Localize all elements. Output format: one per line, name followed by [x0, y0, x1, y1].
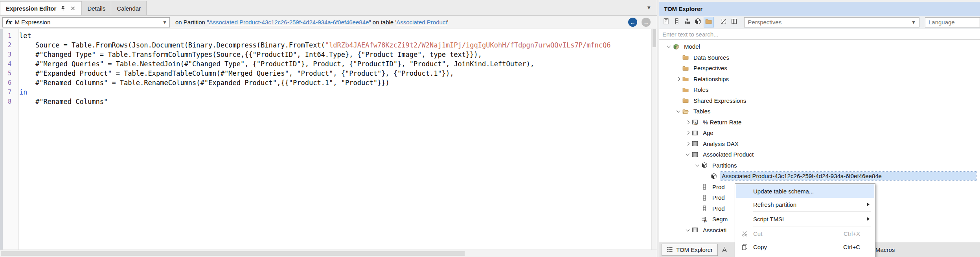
- tree-item-age[interactable]: Age: [659, 128, 980, 139]
- tab-list-dropdown-icon[interactable]: ▼: [646, 5, 651, 11]
- code-line: #"Merged Queries" = Table.NestedJoin(#"C…: [19, 59, 651, 69]
- tree-item-tables[interactable]: Tables: [659, 106, 980, 117]
- chevron-slot: [674, 64, 682, 72]
- menu-item-cut: CutCtrl+X: [736, 227, 874, 240]
- partition-link[interactable]: Associated Product-43c12c26-259f-4d24-93…: [209, 19, 369, 26]
- menu-item-update-table-schema[interactable]: Update table schema...: [736, 184, 874, 198]
- menu-item-shortcut: Ctrl+C: [843, 244, 860, 250]
- code-line: let: [19, 31, 651, 40]
- dock-tab-label: TOM Explorer: [676, 246, 713, 253]
- table-icon: [691, 129, 699, 137]
- tree-item-shared-expressions[interactable]: Shared Expressions: [659, 95, 980, 106]
- expression-editor-panel: Expression Editor Details Calendar ▼: [0, 0, 657, 257]
- folder-icon: [682, 97, 689, 104]
- chevron-collapsed-icon[interactable]: [674, 75, 682, 83]
- navigate-forward-button[interactable]: →: [642, 18, 651, 27]
- code-editor[interactable]: 12345678 let Source = Table.FromRows(Jso…: [0, 29, 657, 250]
- tree-item-perspectives[interactable]: Perspectives: [659, 63, 980, 74]
- breadcrumb: on Partition "Associated Product-43c12c2…: [175, 19, 448, 26]
- chevron-collapsed-icon[interactable]: [684, 118, 691, 126]
- menu-item-refresh-partition[interactable]: Refresh partition: [736, 198, 874, 211]
- language-dropdown[interactable]: Language: [925, 17, 980, 27]
- tree-item-label: Model: [682, 42, 702, 51]
- tree-item--return-rate[interactable]: fx% Return Rate: [659, 117, 980, 128]
- tree-item-roles[interactable]: Roles: [659, 84, 980, 95]
- menu-separator: [753, 226, 871, 226]
- hide-empty-button[interactable]: [718, 17, 728, 27]
- folder-filter-icon: [705, 18, 712, 26]
- tree-item-partitions[interactable]: Partitions: [659, 160, 980, 171]
- tab-expression-editor[interactable]: Expression Editor: [0, 1, 82, 15]
- calculator-icon: [663, 18, 669, 26]
- line-number: 6: [3, 78, 18, 87]
- code-line: #"Renamed Columns": [19, 97, 651, 106]
- context-menu: Update table schema...Refresh partitionS…: [735, 183, 875, 257]
- column-filter-button[interactable]: [672, 17, 682, 27]
- chevron-expanded-icon[interactable]: [665, 43, 673, 51]
- chevron-expanded-icon[interactable]: [684, 151, 691, 159]
- folder-icon: [682, 86, 689, 93]
- perspectives-dropdown[interactable]: Perspectives ▼: [744, 17, 919, 27]
- horizontal-scrollbar[interactable]: [0, 250, 657, 257]
- panel-title-text: TOM Explorer: [664, 5, 702, 12]
- menu-item-partial[interactable]: [736, 255, 874, 257]
- menu-item-shortcut: Ctrl+X: [844, 230, 860, 237]
- menu-item-copy[interactable]: CopyCtrl+C: [736, 240, 874, 253]
- tom-explorer-icon: [667, 246, 676, 253]
- chevron-expanded-icon[interactable]: [693, 161, 701, 169]
- dock-tab-flask[interactable]: [718, 244, 731, 256]
- application-window: Expression Editor Details Calendar ▼: [0, 0, 980, 257]
- table-columns-button[interactable]: [729, 17, 739, 27]
- navigate-back-button[interactable]: ←: [628, 18, 637, 27]
- search-input[interactable]: Enter text to search...: [659, 29, 980, 40]
- dock-tab-tom-explorer[interactable]: TOM Explorer: [662, 244, 718, 256]
- chevron-slot: [702, 172, 710, 180]
- tree-item-associated-product[interactable]: Associated Product: [659, 149, 980, 160]
- folder-open-icon: [682, 108, 689, 115]
- breadcrumb-text: " on table ': [369, 19, 396, 26]
- chevron-collapsed-icon[interactable]: [684, 129, 691, 137]
- chevron-expanded-icon[interactable]: [684, 226, 691, 234]
- line-number: 8: [3, 97, 18, 106]
- model-cube-icon: [673, 43, 680, 50]
- code-lines: let Source = Table.FromRows(Json.Documen…: [19, 29, 651, 250]
- hierarchy-button[interactable]: [682, 17, 693, 27]
- tab-details[interactable]: Details: [82, 1, 111, 15]
- pin-icon[interactable]: [60, 5, 66, 11]
- line-number: 4: [3, 59, 18, 69]
- tree-item-label: Prod: [711, 183, 726, 191]
- panel-title: TOM Explorer: [659, 2, 980, 16]
- code-line: #"Changed Type" = Table.TransformColumnT…: [19, 50, 651, 59]
- editor-margin: [0, 29, 3, 250]
- code-line: #"Renamed Columns" = Table.RenameColumns…: [19, 78, 651, 87]
- partition-filter-button[interactable]: [693, 17, 703, 27]
- expression-type-dropdown[interactable]: fx M Expression ▼: [2, 17, 170, 27]
- table-link[interactable]: Associated Product: [396, 19, 447, 26]
- tree-item-label: Associated Product: [701, 150, 755, 159]
- chevron-slot: [693, 204, 701, 212]
- tab-label: Details: [87, 5, 105, 12]
- menu-item-script-tmsl[interactable]: Script TMSL: [736, 212, 874, 226]
- tree-item-data-sources[interactable]: Data Sources: [659, 52, 980, 63]
- column-icon: [701, 205, 708, 212]
- chevron-collapsed-icon[interactable]: [684, 140, 691, 148]
- chevron-expanded-icon[interactable]: [674, 108, 682, 115]
- tab-calendar[interactable]: Calendar: [111, 1, 147, 15]
- tree-item-model[interactable]: Model: [659, 41, 980, 52]
- tree-item-label: Tables: [692, 107, 712, 115]
- scissors-icon: [736, 230, 753, 237]
- tree-item-label: Shared Expressions: [692, 97, 748, 105]
- vertical-scrollbar[interactable]: [651, 29, 657, 250]
- language-value: Language: [929, 19, 955, 26]
- tree-item-associated-product-43c12c26-259f-4d24-93[interactable]: Associated Product-43c12c26-259f-4d24-93…: [659, 171, 980, 182]
- folder-filter-button[interactable]: [704, 17, 714, 27]
- close-icon[interactable]: [70, 5, 76, 11]
- dock-tab-label: Macros: [875, 246, 895, 253]
- tree-item-analysis-dax[interactable]: Analysis DAX: [659, 139, 980, 149]
- chevron-slot: [693, 194, 701, 202]
- calculator-button[interactable]: [661, 17, 671, 27]
- tree-item-relationships[interactable]: Relationships: [659, 74, 980, 85]
- measure-fx-icon: fx: [701, 216, 708, 223]
- column-icon: [701, 194, 708, 201]
- line-number: 7: [3, 87, 18, 97]
